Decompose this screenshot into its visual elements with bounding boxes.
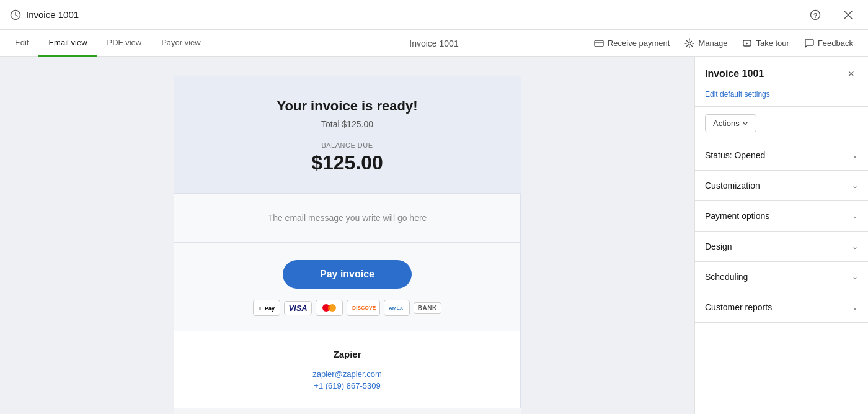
panel-header: Invoice 1001 × — [695, 57, 868, 86]
panel-close-button[interactable]: × — [844, 67, 858, 81]
close-icon — [843, 10, 853, 20]
chevron-down-icon: ⌄ — [852, 151, 858, 160]
company-email[interactable]: zapier@zapier.com — [187, 369, 508, 379]
accordion-payment-options: Payment options ⌄ — [695, 201, 868, 232]
top-bar-title: Invoice 1001 — [26, 9, 79, 20]
pay-section: Pay invoice  Pay VISA — [174, 243, 521, 331]
visa-icon: VISA — [284, 301, 311, 315]
svg-text:AMEX: AMEX — [389, 305, 404, 311]
tab-payor-view[interactable]: Payor view — [151, 30, 211, 57]
chevron-down-icon: ⌄ — [852, 242, 858, 251]
receive-payment-icon — [594, 38, 604, 48]
email-message-box: The email message you write will go here — [174, 193, 521, 243]
pay-invoice-button[interactable]: Pay invoice — [283, 260, 412, 289]
right-panel: Invoice 1001 × Edit default settings Act… — [694, 57, 868, 414]
discover-icon: DISCOVER — [347, 300, 380, 316]
accordion-scheduling: Scheduling ⌄ — [695, 262, 868, 292]
feedback-button[interactable]: Feedback — [799, 36, 858, 51]
main-layout: Your invoice is ready! Total $125.00 BAL… — [0, 57, 868, 414]
bank-icon: BANK — [414, 302, 441, 314]
footer-section: If you receive an email that seems fraud… — [174, 408, 521, 414]
accordion-status-button[interactable]: Status: Opened ⌄ — [695, 140, 868, 170]
amex-logo: AMEX — [388, 302, 405, 313]
email-message-text: The email message you write will go here — [268, 213, 427, 223]
help-button[interactable]: ? — [805, 7, 826, 23]
tab-bar-right: Receive payment Manage Take tour Feedbac… — [589, 36, 868, 51]
balance-due-amount: $125.00 — [186, 151, 508, 174]
accordion-customization-button[interactable]: Customization ⌄ — [695, 171, 868, 200]
actions-row: Actions — [695, 107, 868, 140]
company-name: Zapier — [187, 349, 508, 359]
svg-rect-5 — [595, 40, 603, 47]
tab-bar-center-label: Invoice 1001 — [409, 38, 458, 48]
accordion-list: Status: Opened ⌄ Customization ⌄ Payment… — [695, 140, 868, 323]
chevron-down-icon: ⌄ — [852, 181, 858, 190]
tab-bar: Edit Email view PDF view Payor view Invo… — [0, 30, 868, 57]
discover-logo: DISCOVER — [351, 302, 376, 313]
invoice-header: Your invoice is ready! Total $125.00 BAL… — [174, 76, 521, 193]
payment-icons:  Pay VISA — [187, 300, 508, 316]
invoice-email: Your invoice is ready! Total $125.00 BAL… — [174, 76, 521, 395]
tour-icon — [742, 38, 752, 48]
mastercard-logo — [320, 302, 339, 313]
accordion-design-button[interactable]: Design ⌄ — [695, 232, 868, 261]
accordion-scheduling-button[interactable]: Scheduling ⌄ — [695, 262, 868, 292]
apple-pay-icon:  Pay — [253, 300, 280, 316]
help-icon: ? — [810, 9, 821, 20]
panel-title: Invoice 1001 — [705, 68, 764, 79]
tab-edit[interactable]: Edit — [5, 30, 38, 57]
close-button[interactable] — [838, 7, 858, 22]
mastercard-icon — [316, 300, 343, 316]
feedback-icon — [804, 38, 814, 48]
top-bar: Invoice 1001 ? — [0, 0, 868, 30]
receive-payment-button[interactable]: Receive payment — [589, 36, 675, 51]
content-area: Your invoice is ready! Total $125.00 BAL… — [0, 57, 694, 414]
history-icon — [10, 9, 21, 20]
actions-chevron-icon — [742, 120, 748, 127]
tab-email-view[interactable]: Email view — [38, 30, 97, 57]
chevron-down-icon: ⌄ — [852, 303, 858, 312]
chevron-down-icon: ⌄ — [852, 212, 858, 220]
chevron-down-icon: ⌄ — [852, 272, 858, 281]
company-section: Zapier zapier@zapier.com +1 (619) 867-53… — [174, 331, 521, 408]
accordion-customization: Customization ⌄ — [695, 171, 868, 201]
accordion-status: Status: Opened ⌄ — [695, 140, 868, 171]
svg-text::  — [259, 305, 261, 312]
accordion-customer-reports-button[interactable]: Customer reports ⌄ — [695, 292, 868, 322]
edit-default-settings-link[interactable]: Edit default settings — [695, 86, 868, 107]
top-bar-right: ? — [805, 7, 858, 23]
manage-button[interactable]: Manage — [680, 36, 732, 51]
amex-icon: AMEX — [384, 300, 410, 316]
total-line: Total $125.00 — [186, 119, 508, 129]
manage-icon — [684, 38, 694, 48]
accordion-payment-options-button[interactable]: Payment options ⌄ — [695, 201, 868, 231]
balance-due-label: BALANCE DUE — [186, 142, 508, 149]
accordion-design: Design ⌄ — [695, 232, 868, 262]
actions-dropdown-button[interactable]: Actions — [705, 114, 756, 132]
accordion-customer-reports: Customer reports ⌄ — [695, 292, 868, 323]
invoice-headline: Your invoice is ready! — [186, 98, 508, 114]
svg-text:?: ? — [813, 11, 818, 19]
tab-pdf-view[interactable]: PDF view — [97, 30, 152, 57]
top-bar-left: Invoice 1001 — [10, 9, 79, 20]
company-phone[interactable]: +1 (619) 867-5309 — [187, 381, 508, 390]
take-tour-button[interactable]: Take tour — [737, 36, 794, 51]
svg-text:DISCOVER: DISCOVER — [352, 305, 376, 311]
apple-pay-logo:  Pay — [257, 302, 276, 313]
svg-text:Pay: Pay — [265, 305, 275, 312]
